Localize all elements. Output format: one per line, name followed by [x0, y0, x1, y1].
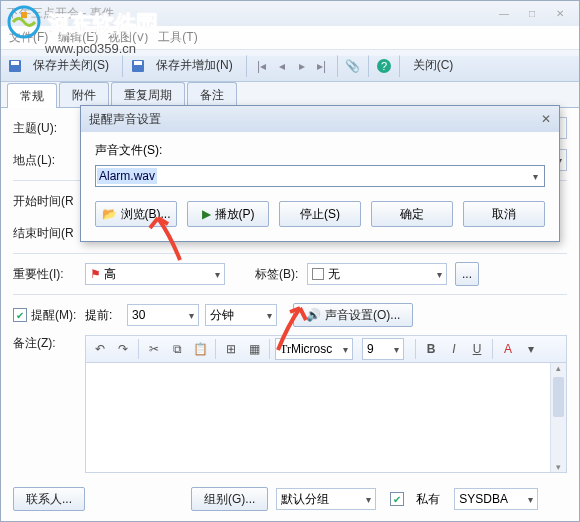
next-icon[interactable]: ▸: [294, 58, 310, 74]
user-value: SYSDBA: [459, 492, 508, 506]
font-color-button[interactable]: A: [498, 339, 518, 359]
menu-file[interactable]: 文件(F): [9, 29, 48, 46]
ahead-unit: 分钟: [210, 307, 234, 324]
memo-editor[interactable]: [85, 363, 567, 473]
group-button[interactable]: 组别(G)...: [191, 487, 268, 511]
insert-icon[interactable]: ⊞: [221, 339, 241, 359]
contact-label: 联系人...: [26, 491, 72, 508]
private-label: 私有: [416, 491, 440, 508]
memo-label: 备注(Z):: [13, 335, 85, 352]
tab-notes[interactable]: 备注: [187, 82, 237, 107]
save-icon: [130, 58, 146, 74]
last-icon[interactable]: ▸|: [314, 58, 330, 74]
tab-general[interactable]: 常规: [7, 83, 57, 108]
editor-toolbar: ↶ ↷ ✂ ⧉ 📋 ⊞ ▦ Tr Microsc 9 B I U: [85, 335, 567, 363]
tag-value: 无: [328, 266, 340, 283]
play-icon: ▶: [202, 207, 211, 221]
font-size-select[interactable]: 9: [362, 338, 404, 360]
menu-tool[interactable]: 工具(T): [158, 29, 197, 46]
cut-icon[interactable]: ✂: [144, 339, 164, 359]
tag-select[interactable]: 无: [307, 263, 447, 285]
prev-icon[interactable]: ◂: [274, 58, 290, 74]
sound-file-label: 声音文件(S):: [95, 142, 545, 159]
svg-text:?: ?: [381, 60, 387, 72]
sound-file-value: Alarm.wav: [97, 168, 157, 184]
folder-icon: 📂: [102, 207, 117, 221]
more-dropdown-icon[interactable]: ▾: [521, 339, 541, 359]
stop-button[interactable]: 停止(S): [279, 201, 361, 227]
dialog-title: 提醒声音设置: [89, 111, 161, 128]
ahead-label: 提前:: [85, 307, 127, 324]
tag-label: 标签(B):: [255, 266, 307, 283]
bottom-bar: 联系人... 组别(G)... 默认分组 私有 SYSDBA: [13, 487, 567, 511]
sound-dialog: 提醒声音设置 ✕ 声音文件(S): Alarm.wav 📂浏览(B)... ▶播…: [80, 105, 560, 242]
ahead-unit-select[interactable]: 分钟: [205, 304, 277, 326]
close-button[interactable]: 关闭(C): [407, 55, 460, 76]
ahead-value: 30: [132, 308, 145, 322]
stop-label: 停止(S): [300, 206, 340, 223]
underline-button[interactable]: U: [467, 339, 487, 359]
font-name: Microsc: [291, 342, 332, 356]
browse-button[interactable]: 📂浏览(B)...: [95, 201, 177, 227]
close-window-button[interactable]: ✕: [547, 5, 573, 23]
svg-rect-3: [11, 61, 19, 65]
sound-settings-label: 声音设置(O)...: [325, 307, 400, 324]
bold-button[interactable]: B: [421, 339, 441, 359]
tag-more-button[interactable]: ...: [455, 262, 479, 286]
table-icon[interactable]: ▦: [244, 339, 264, 359]
undo-icon[interactable]: ↶: [90, 339, 110, 359]
group-value: 默认分组: [281, 491, 329, 508]
ok-label: 确定: [400, 206, 424, 223]
dialog-title-bar: 提醒声音设置 ✕: [81, 106, 559, 132]
minimize-button[interactable]: —: [491, 5, 517, 23]
user-select[interactable]: SYSDBA: [454, 488, 538, 510]
copy-icon[interactable]: ⧉: [167, 339, 187, 359]
color-box-icon: [312, 268, 324, 280]
menu-edit[interactable]: 编辑(E): [58, 29, 98, 46]
ok-button[interactable]: 确定: [371, 201, 453, 227]
remind-checkbox[interactable]: [13, 308, 27, 322]
menu-view[interactable]: 视图(V): [108, 29, 148, 46]
group-select[interactable]: 默认分组: [276, 488, 376, 510]
group-label: 组别(G)...: [204, 491, 255, 508]
dialog-close-icon[interactable]: ✕: [541, 112, 551, 126]
italic-button[interactable]: I: [444, 339, 464, 359]
maximize-button[interactable]: □: [519, 5, 545, 23]
play-button[interactable]: ▶播放(P): [187, 201, 269, 227]
first-icon[interactable]: |◂: [254, 58, 270, 74]
location-label: 地点(L):: [13, 152, 85, 169]
speaker-icon: 🔊: [306, 308, 321, 322]
redo-icon[interactable]: ↷: [113, 339, 133, 359]
save-add-button[interactable]: 保存并增加(N): [150, 55, 239, 76]
subject-label: 主题(U):: [13, 120, 85, 137]
toolbar: 保存并关闭(S) 保存并增加(N) |◂ ◂ ▸ ▸| 📎 ? 关闭(C): [1, 50, 579, 82]
importance-value: 高: [104, 266, 116, 283]
importance-label: 重要性(I):: [13, 266, 85, 283]
save-close-button[interactable]: 保存并关闭(S): [27, 55, 115, 76]
sound-settings-button[interactable]: 🔊声音设置(O)...: [293, 303, 413, 327]
paste-icon[interactable]: 📋: [190, 339, 210, 359]
remind-label: 提醒(M):: [31, 307, 85, 324]
font-select[interactable]: Tr Microsc: [275, 338, 353, 360]
attach-icon[interactable]: 📎: [345, 58, 361, 74]
help-icon[interactable]: ?: [376, 58, 392, 74]
browse-label: 浏览(B)...: [121, 206, 171, 223]
flag-icon: ⚑: [90, 267, 101, 281]
tab-attachment[interactable]: 附件: [59, 82, 109, 107]
scrollbar-vertical[interactable]: [550, 363, 566, 472]
importance-select[interactable]: ⚑ 高: [85, 263, 225, 285]
title-bar: 下午三点开会 - 事件 — □ ✕: [1, 1, 579, 26]
menu-bar: 文件(F) 编辑(E) 视图(V) 工具(T): [1, 26, 579, 50]
tab-recurrence[interactable]: 重复周期: [111, 82, 185, 107]
contact-button[interactable]: 联系人...: [13, 487, 85, 511]
font-size: 9: [367, 342, 374, 356]
window-title: 下午三点开会 - 事件: [7, 5, 114, 22]
cancel-label: 取消: [492, 206, 516, 223]
save-icon: [7, 58, 23, 74]
svg-rect-5: [134, 61, 142, 65]
play-label: 播放(P): [215, 206, 255, 223]
sound-file-select[interactable]: Alarm.wav: [95, 165, 545, 187]
ahead-value-select[interactable]: 30: [127, 304, 199, 326]
private-checkbox[interactable]: [390, 492, 404, 506]
cancel-button[interactable]: 取消: [463, 201, 545, 227]
